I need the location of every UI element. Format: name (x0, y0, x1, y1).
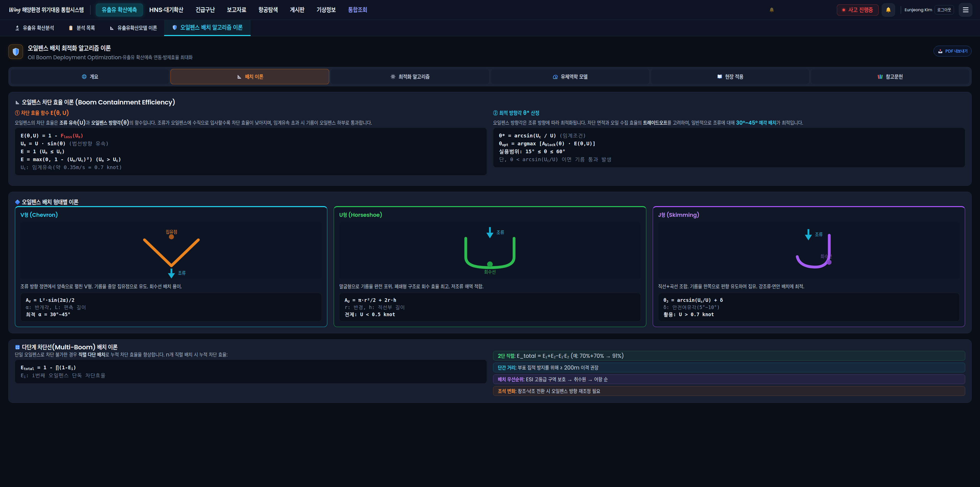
menu-item-integrated-search[interactable]: 통합조회 (342, 3, 373, 17)
formula-block: E(θ,U) = 1 - Floss(Un) Un = U · sin(θ) (… (15, 128, 487, 176)
section-tab-optimization[interactable]: 최적화 알고리즘 (331, 69, 489, 84)
menu-item-aerial-search[interactable]: 항공탐색 (252, 3, 284, 17)
multiboom-notes-column: 2단 직렬: E_total = E₁+E₂−E₁·E₂ (예: 70%+70%… (493, 351, 965, 396)
divider (900, 6, 901, 14)
menu-item-emergency-rescue[interactable]: 긴급구난 (189, 3, 221, 17)
main-content: 오일펜스 배치 최적화 알고리즘 이론 Oil Boom Deployment … (0, 45, 980, 403)
menu-toggle-button[interactable] (959, 3, 972, 17)
open-book-icon (717, 74, 722, 80)
multiboom-formula-column: 단일 오일펜스로 차단 불가한 경우 직렬 다단 배치로 누적 차단 효율을 향… (15, 351, 487, 396)
hamburger-icon (963, 7, 969, 8)
section-tab-references[interactable]: 참고문헌 (811, 69, 969, 84)
clipboard-icon (68, 25, 73, 30)
notifications-button[interactable] (882, 3, 895, 17)
menu-item-reports[interactable]: 보고자료 (221, 3, 252, 17)
current-label: 조류 (178, 270, 186, 276)
incident-status-badge: 사고 진행중 (837, 4, 879, 16)
section-tab-deployment-theory[interactable]: 배치 이론 (170, 69, 329, 84)
subsection-heading: ② 최적 방향각 θ* 산정 (493, 110, 965, 117)
j-boom-line (797, 235, 829, 267)
tab-boom-algorithm-theory[interactable]: 오일펜스 배치 알고리즘 이론 (164, 20, 251, 36)
shield-badge (8, 45, 23, 59)
paragraph: 단일 오일펜스로 차단 불가한 경우 직렬 다단 배치로 누적 차단 효율을 향… (15, 351, 487, 359)
page-title: 오일펜스 배치 최적화 알고리즘 이론 (28, 45, 192, 52)
section-title: 오일펜스 배치 형태별 이론 (22, 199, 78, 205)
formula-block: AU = π·r²/2 + 2r·h r: 반경, h: 직선부 길이 전제: … (339, 293, 641, 321)
microscope-icon (14, 25, 20, 30)
page-header: 오일펜스 배치 최적화 알고리즘 이론 Oil Boom Deployment … (8, 45, 972, 67)
gear-icon (390, 74, 396, 80)
recovery-dot (487, 262, 493, 267)
triangle-ruler-icon (109, 25, 115, 30)
bell-icon (885, 6, 892, 13)
skimming-diagram: 조류 회수선 (658, 222, 959, 279)
collection-point-label: 집유점 (165, 229, 177, 235)
skimming-shape-card: J형 (Skimming) 조류 회수선 직선+곡선 조합. 기름을 한쪽으로 … (652, 206, 965, 327)
section-tab-hydrodynamics[interactable]: 유체역학 모델 (491, 69, 649, 84)
menu-item-oil-spill-forecast[interactable]: 유출유 확산예측 (96, 3, 143, 17)
section-tab-field-application[interactable]: 현장 적용 (651, 69, 810, 84)
deployment-shapes-section: 오일펜스 배치 형태별 이론 V형 (Chevron) 집유점 조류 조류 방향… (8, 192, 972, 333)
menu-item-weather[interactable]: 기상정보 (310, 3, 342, 17)
section-title: 오일펜스 차단 효율 이론 (Boom Containment Efficien… (22, 99, 175, 105)
section-tabs: 개요 배치 이론 최적화 알고리즘 유체역학 모델 현장 적용 참고문헌 (8, 67, 972, 86)
incident-badge-label: 사고 진행중 (849, 5, 873, 14)
paragraph: 오일펜스의 차단 효율은 조류 유속(U)과 오일펜스 방향각(θ)의 함수입니… (15, 119, 487, 127)
wave-icon (552, 74, 558, 80)
triangle-ruler-icon (237, 74, 242, 80)
shield-icon (172, 25, 177, 30)
shape-description: 말굽형으로 기름을 완전 포위. 폐쇄형 구조로 회수 효율 최고. 저조류 해… (339, 283, 641, 291)
subsection-heading: ① 차단 효율 함수 E(θ, U) (15, 110, 487, 117)
note-two-stage: 2단 직렬: E_total = E₁+E₂−E₁·E₂ (예: 70%+70%… (493, 351, 965, 361)
divider (90, 5, 91, 15)
section-tab-overview[interactable]: 개요 (11, 69, 169, 84)
numbers-icon (15, 345, 20, 350)
chevron-diagram: 집유점 조류 (21, 222, 322, 279)
menu-item-hns-diffusion[interactable]: HNS·대기확산 (143, 3, 189, 17)
shield-icon (11, 48, 20, 56)
current-label: 조류 (815, 232, 822, 238)
page-tabs: 유출유 확산분석 분석 목록 유출유확산모델 이론 오일펜스 배치 알고리즘 이… (0, 20, 980, 36)
v-boom-line (145, 240, 198, 266)
triangle-ruler-icon (15, 100, 20, 105)
menu-item-board[interactable]: 게시판 (284, 3, 310, 17)
logout-button[interactable]: 로그아웃 (935, 5, 954, 14)
page-subtitle: Oil Boom Deployment Optimization·유출유 확산예… (28, 53, 192, 61)
navbar-right: 사고 진행중 Eunjeong Kim 로그아웃 (769, 3, 972, 17)
note-tide-change: 조석 변화: 창조·낙조 전환 시 오일펜스 방향 재조정 필요 (493, 386, 965, 396)
containment-efficiency-section: 오일펜스 차단 효율 이론 (Boom Containment Efficien… (8, 92, 972, 186)
current-label: 조류 (496, 229, 504, 235)
shape-name: V형 (Chevron) (21, 212, 322, 218)
top-navbar: Wing 해양환경 위기대응 통합시스템 유출유 확산예측 HNS·대기확산 긴… (0, 0, 980, 20)
books-icon (877, 74, 883, 80)
app-title: 해양환경 위기대응 통합시스템 (22, 5, 84, 14)
tab-analysis-list[interactable]: 분석 목록 (61, 20, 102, 36)
user-name: Eunjeong Kim (905, 6, 932, 13)
efficiency-function-column: ① 차단 효율 함수 E(θ, U) 오일펜스의 차단 효율은 조류 유속(U)… (15, 110, 487, 176)
red-dot-icon (842, 9, 845, 11)
formula-block: Etotal = 1 - ∏(1-Ei) Ei: i번째 오일펜스 단독 차단효… (15, 359, 487, 383)
tab-diffusion-model-theory[interactable]: 유출유확산모델 이론 (102, 20, 164, 36)
diamond-icon (15, 200, 20, 205)
horseshoe-shape-card: U형 (Horseshoe) 조류 회수선 말굽형으로 기름을 완전 포위. 폐… (334, 206, 646, 327)
tab-spill-analysis[interactable]: 유출유 확산분석 (7, 20, 61, 36)
app-logo: Wing (8, 6, 20, 12)
optimal-angle-column: ② 최적 방향각 θ* 산정 오일펜스 방향각은 조류 방향에 따라 최적화됩니… (493, 110, 965, 176)
recovery-dot (826, 260, 832, 265)
shape-description: 조류 방향 정면에서 양측으로 펼친 V형. 기름을 중앙 집유점으로 유도. … (21, 283, 322, 291)
export-tray-icon (938, 48, 943, 54)
multiboom-section: 다단계 차단선(Multi-Boom) 배치 이론 단일 오일펜스로 차단 불가… (8, 339, 972, 403)
collection-point-dot (169, 234, 174, 239)
section-title: 다단계 차단선(Multi-Boom) 배치 이론 (22, 344, 118, 350)
formula-block: θJ = arcsin(Uc/U) + δ δ: 안전여유각(5°~10°) 활… (658, 293, 959, 321)
note-priority: 배치 우선순위: ESI 고등급 구역 보호 → 취수원 → 어항 순 (493, 374, 965, 384)
shape-name: J형 (Skimming) (658, 212, 959, 218)
paragraph: 오일펜스 방향각은 조류 방향에 따라 최적화됩니다. 차단 면적과 오일 수집… (493, 119, 965, 127)
note-spacing: 단간 거리: 부표 집적 방지를 위해 ≥ 200m 이격 권장 (493, 362, 965, 372)
chevron-shape-card: V형 (Chevron) 집유점 조류 조류 방향 정면에서 양측으로 펼친 V… (15, 206, 328, 327)
pdf-export-button[interactable]: PDF 내보내기 (934, 46, 972, 56)
main-menu: 유출유 확산예측 HNS·대기확산 긴급구난 보고자료 항공탐색 게시판 기상정… (96, 0, 373, 20)
horseshoe-diagram: 조류 회수선 (339, 222, 641, 279)
shape-name: U형 (Horseshoe) (339, 212, 641, 218)
formula-block: AV = L²·sin(2α)/2 α: 반개각, L: 편측 길이 최적 α … (21, 293, 322, 321)
